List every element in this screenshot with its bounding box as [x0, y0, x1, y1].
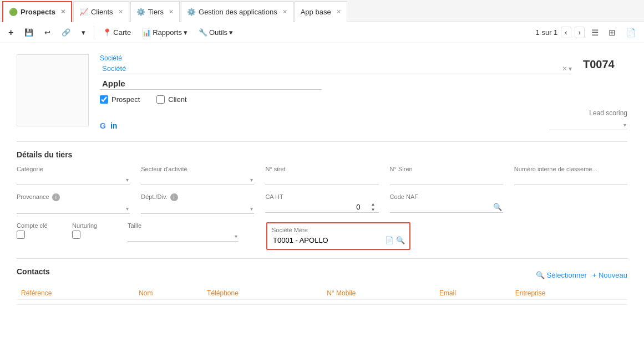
- societe-input[interactable]: [100, 63, 562, 74]
- tab-prospects-label: Prospects: [21, 8, 55, 16]
- categorie-select-wrapper: ▾: [17, 174, 130, 185]
- n-siren-field: N° Siren: [390, 166, 503, 185]
- num-interne-input[interactable]: [514, 174, 627, 185]
- dept-div-label: Dépt./Div. i: [141, 193, 254, 201]
- lead-scoring-section: Lead scoring ▾: [550, 109, 627, 130]
- societe-clear-icon[interactable]: ✕: [562, 65, 567, 73]
- checkbox-row: Prospect Client: [100, 95, 627, 104]
- col-entreprise: Entreprise: [511, 287, 627, 300]
- attach-icon: 🔗: [62, 28, 70, 37]
- nurturing-checkbox[interactable]: [72, 231, 80, 239]
- next-button[interactable]: ›: [575, 27, 585, 38]
- prev-button[interactable]: ‹: [561, 27, 571, 38]
- reports-label: Rapports: [153, 28, 182, 37]
- tab-clients-label: Clients: [91, 8, 113, 16]
- empty-cell-1: [514, 193, 627, 214]
- map-label: Carte: [113, 28, 131, 37]
- code-naf-label: Code NAF: [390, 193, 503, 200]
- main-content: Société ✕ ▾ T0074: [0, 43, 644, 316]
- dropdown-button[interactable]: ▾: [78, 27, 89, 38]
- taille-select[interactable]: [128, 231, 239, 242]
- societe-dropdown-icon[interactable]: ▾: [569, 65, 572, 73]
- grid-view-button[interactable]: ⊞: [605, 26, 619, 39]
- col-nom: Nom: [134, 287, 202, 300]
- add-button[interactable]: +: [4, 26, 17, 39]
- code-naf-search-button[interactable]: 🔍: [492, 202, 503, 212]
- n-siret-input[interactable]: [265, 174, 378, 185]
- undo-button[interactable]: ↩: [40, 27, 54, 38]
- taille-field: Taille ▾: [128, 222, 239, 242]
- provenance-select[interactable]: [17, 203, 130, 214]
- section-divider-2: [17, 258, 627, 259]
- provenance-select-wrapper: ▾: [17, 203, 130, 214]
- compte-cle-checkbox[interactable]: [17, 231, 25, 239]
- societe-mere-input[interactable]: [272, 235, 383, 246]
- tab-app-base[interactable]: App base ✕: [295, 1, 347, 22]
- contacts-section: Contacts 🔍 Sélectionner + Nouveau Référe…: [17, 267, 627, 305]
- new-button[interactable]: + Nouveau: [592, 271, 627, 279]
- societe-mere-doc-icon[interactable]: 📄: [385, 236, 394, 244]
- select-button[interactable]: 🔍 Sélectionner: [536, 271, 586, 279]
- n-siren-input[interactable]: [390, 174, 503, 185]
- provenance-info-icon[interactable]: i: [52, 193, 60, 201]
- secteur-select[interactable]: [141, 174, 254, 185]
- list-view-button[interactable]: ☰: [588, 26, 602, 39]
- num-interne-field: Numéro interne de classeme...: [514, 166, 627, 185]
- provenance-field: Provenance i ▾: [17, 193, 130, 214]
- ca-ht-input[interactable]: [265, 202, 369, 212]
- save-button[interactable]: 💾: [21, 27, 37, 38]
- detail-view-button[interactable]: 📄: [622, 26, 640, 39]
- compte-cle-label: Compte clé: [17, 222, 61, 229]
- dept-div-info-icon[interactable]: i: [170, 193, 178, 201]
- toolbar-right: 1 sur 1 ‹ › ☰ ⊞ 📄: [536, 26, 640, 39]
- google-icon[interactable]: G: [100, 121, 106, 130]
- linkedin-icon[interactable]: in: [110, 121, 117, 130]
- col-mobile: N° Mobile: [322, 287, 435, 300]
- provenance-label: Provenance i: [17, 193, 130, 201]
- tab-prospects[interactable]: 🟢 Prospects ✕: [2, 1, 72, 22]
- lead-scoring-select[interactable]: [550, 119, 627, 130]
- record-id: T0074: [583, 58, 627, 71]
- societe-mere-input-wrapper: 📄 🔍: [272, 235, 405, 246]
- col-reference: Référence: [17, 287, 134, 300]
- categorie-select[interactable]: [17, 174, 130, 185]
- undo-icon: ↩: [44, 28, 50, 37]
- taille-label: Taille: [128, 222, 239, 229]
- tab-clients-close[interactable]: ✕: [118, 8, 123, 16]
- tab-tiers-close[interactable]: ✕: [169, 8, 174, 16]
- attach-button[interactable]: 🔗: [58, 27, 74, 38]
- separator-1: [94, 26, 94, 39]
- name-input[interactable]: [100, 78, 322, 90]
- nurturing-field: Nurturing: [72, 222, 116, 239]
- clients-icon: 📈: [79, 8, 88, 16]
- ca-ht-decrement[interactable]: ▼: [370, 207, 377, 213]
- tab-prospects-close[interactable]: ✕: [60, 8, 65, 16]
- societe-row: Société ✕ ▾ T0074: [100, 54, 627, 74]
- toolbar: + 💾 ↩ 🔗 ▾ 📍 Carte 📊 Rapports ▾ 🔧 Outils …: [0, 22, 644, 43]
- avatar: [17, 54, 89, 126]
- client-checkbox[interactable]: [156, 95, 165, 104]
- categorie-field: Catégorie ▾: [17, 166, 130, 185]
- tab-gestion-apps-close[interactable]: ✕: [282, 8, 287, 16]
- prospect-label: Prospect: [111, 95, 140, 104]
- map-icon: 📍: [103, 28, 111, 37]
- tools-button[interactable]: 🔧 Outils ▾: [195, 27, 237, 38]
- tab-clients[interactable]: 📈 Clients ✕: [73, 1, 129, 22]
- contacts-section-title: Contacts: [17, 267, 50, 276]
- tab-gestion-apps[interactable]: ⚙️ Gestion des applications ✕: [181, 1, 293, 22]
- reports-button[interactable]: 📊 Rapports ▾: [138, 27, 191, 38]
- societe-label: Société: [100, 54, 572, 62]
- prospect-checkbox[interactable]: [100, 95, 108, 104]
- ca-ht-increment[interactable]: ▲: [370, 202, 377, 207]
- societe-field: Société ✕ ▾: [100, 54, 572, 74]
- dept-div-select[interactable]: [141, 203, 254, 214]
- code-naf-input[interactable]: [390, 202, 492, 212]
- tab-app-base-close[interactable]: ✕: [336, 8, 341, 16]
- societe-mere-search-icon[interactable]: 🔍: [396, 236, 405, 244]
- tab-tiers[interactable]: ⚙️ Tiers ✕: [130, 1, 180, 22]
- col-email: Email: [435, 287, 511, 300]
- map-button[interactable]: 📍 Carte: [99, 27, 135, 38]
- lead-scoring-select-wrapper: ▾: [550, 119, 627, 130]
- search-icon: 🔍: [536, 271, 545, 279]
- code-naf-wrapper: 🔍: [390, 202, 503, 213]
